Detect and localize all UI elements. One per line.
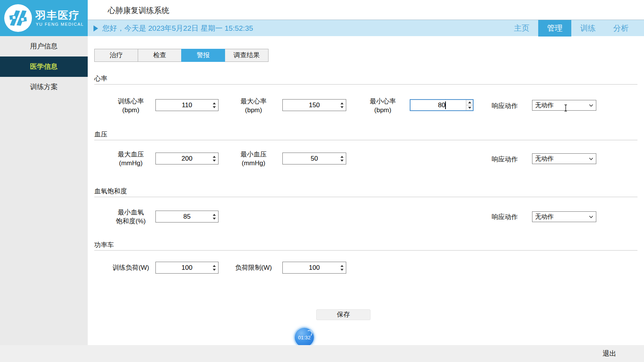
spinner-down-icon[interactable] — [213, 106, 216, 108]
bike-load-input[interactable] — [155, 262, 219, 274]
bp-min-label: 最小血压 (mmHg) — [219, 150, 288, 168]
hr-training-input[interactable] — [155, 99, 219, 111]
spinner-down-icon[interactable] — [213, 269, 216, 271]
spinner-down-icon[interactable] — [213, 159, 216, 161]
nav-item-analyze[interactable]: 分析 — [604, 20, 637, 37]
section-divider — [94, 250, 637, 251]
bp-min-input-field[interactable] — [283, 153, 346, 164]
section-divider — [94, 140, 637, 140]
page-title: 心肺康复训练系统 — [108, 0, 169, 20]
greeting-bar: 您好，今天是 2023年5月22日 星期一 15:52:35 主页 管理 训练 … — [0, 20, 644, 36]
bp-max-input-field[interactable] — [156, 153, 218, 164]
section-divider — [94, 84, 637, 85]
bp-max-input[interactable] — [155, 153, 219, 164]
app-window: 心肺康复训练系统 您好，今天是 2023年5月22日 星期一 15:52:35 … — [0, 0, 644, 362]
session-timer[interactable]: 01:32 — [295, 328, 314, 347]
spinner[interactable] — [340, 265, 344, 271]
hr-max-input[interactable] — [282, 99, 346, 111]
top-bar: 心肺康复训练系统 — [0, 0, 644, 20]
bp-action-label: 响应动作 — [470, 155, 539, 164]
brand-name-en: YU FENG MEDICAL — [36, 22, 84, 27]
chevron-down-icon — [589, 158, 593, 160]
bp-max-label: 最大血压 (mmHg) — [96, 150, 165, 168]
bp-response-action-select[interactable]: 无动作 — [532, 153, 596, 164]
tab-survey[interactable]: 调查结果 — [225, 49, 269, 62]
nav-item-train[interactable]: 训练 — [571, 20, 604, 37]
spinner-up-icon[interactable] — [340, 156, 344, 158]
section-title-blood-pressure: 血压 — [94, 130, 107, 139]
sidebar-item-medical-info[interactable]: 医学信息 — [0, 56, 88, 77]
bike-limit-input[interactable] — [282, 262, 346, 274]
section-title-spo2: 血氧饱和度 — [94, 187, 127, 196]
hr-training-input-field[interactable] — [156, 100, 218, 111]
spinner-down-icon[interactable] — [213, 218, 216, 219]
spo2-min-label: 最小血氧 饱和度(%) — [96, 208, 165, 226]
nav-item-manage[interactable]: 管理 — [538, 20, 571, 37]
spinner[interactable] — [213, 265, 216, 271]
footer-bar: 退出 — [0, 345, 644, 362]
top-nav: 主页 管理 训练 分析 — [505, 20, 637, 37]
bike-load-input-field[interactable] — [156, 262, 218, 273]
hr-training-label: 训练心率 (bpm) — [96, 97, 165, 115]
timer-value: 01:32 — [298, 335, 311, 340]
spo2-response-action-select[interactable]: 无动作 — [532, 211, 596, 222]
greeting-text: 您好，今天是 2023年5月22日 星期一 15:52:35 — [102, 20, 253, 37]
spinner-down-icon[interactable] — [340, 159, 344, 161]
section-title-heart-rate: 心率 — [94, 74, 107, 83]
spinner-up-icon[interactable] — [213, 214, 216, 216]
bike-limit-label: 负荷限制(W) — [219, 263, 288, 272]
spo2-min-input[interactable] — [155, 211, 219, 223]
hr-action-label: 响应动作 — [470, 101, 539, 110]
hr-min-input[interactable] — [410, 99, 474, 111]
hr-min-label: 最小心率 (bpm) — [348, 97, 417, 115]
text-cursor-icon — [563, 104, 568, 112]
section-title-bike: 功率车 — [94, 241, 114, 249]
tab-treatment[interactable]: 治疗 — [94, 49, 138, 62]
exit-button[interactable]: 退出 — [602, 345, 616, 362]
brand-name-cn: 羽丰医疗 — [35, 8, 80, 22]
logo-mark-icon — [3, 3, 33, 33]
hr-min-input-field[interactable] — [410, 100, 473, 110]
bike-load-label: 训练负荷(W) — [96, 263, 165, 272]
hr-max-input-field[interactable] — [283, 100, 346, 111]
bp-min-input[interactable] — [282, 153, 346, 164]
brand-logo: 羽丰医疗 YU FENG MEDICAL — [0, 0, 88, 36]
chevron-down-icon — [589, 104, 593, 107]
spinner-up-icon[interactable] — [213, 265, 216, 267]
spinner-down-icon[interactable] — [340, 269, 344, 271]
sidebar: 用户信息 医学信息 训练方案 — [0, 36, 88, 345]
section-divider — [94, 197, 637, 197]
spinner-up-icon[interactable] — [340, 265, 344, 267]
sidebar-item-user-info[interactable]: 用户信息 — [0, 36, 88, 56]
spinner-down-icon[interactable] — [340, 106, 344, 108]
spinner-up-icon[interactable] — [340, 102, 344, 104]
greeting-arrow-icon — [93, 25, 98, 32]
spinner[interactable] — [340, 102, 344, 108]
text-caret — [445, 101, 446, 109]
chevron-down-icon — [589, 216, 593, 218]
spo2-action-label: 响应动作 — [470, 213, 539, 221]
spinner[interactable] — [213, 214, 216, 219]
tab-alarm[interactable]: 警报 — [181, 49, 225, 62]
spinner-up-icon[interactable] — [213, 102, 216, 104]
spo2-min-input-field[interactable] — [156, 211, 218, 222]
bike-limit-input-field[interactable] — [283, 262, 346, 273]
sidebar-item-training-plan[interactable]: 训练方案 — [0, 77, 88, 97]
nav-item-home[interactable]: 主页 — [505, 20, 538, 37]
spinner[interactable] — [213, 156, 216, 161]
tab-exam[interactable]: 检查 — [138, 49, 182, 62]
spinner-up-icon[interactable] — [213, 156, 216, 158]
tab-strip: 治疗 检查 警报 调查结果 — [94, 49, 269, 62]
save-button[interactable]: 保存 — [316, 309, 370, 320]
spinner[interactable] — [340, 156, 344, 161]
spinner[interactable] — [213, 102, 216, 108]
hr-max-label: 最大心率 (bpm) — [219, 97, 288, 115]
